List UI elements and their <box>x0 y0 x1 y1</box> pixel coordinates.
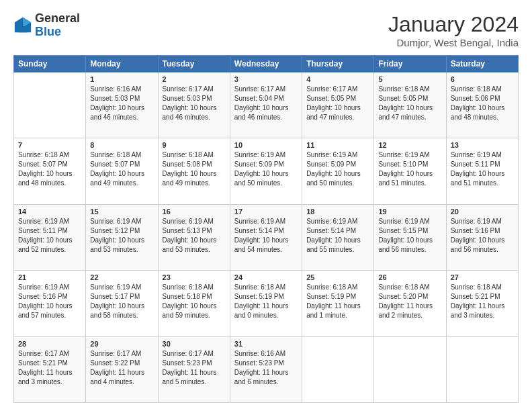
calendar-cell: 28Sunrise: 6:17 AM Sunset: 5:21 PM Dayli… <box>14 336 86 402</box>
calendar-cell: 2Sunrise: 6:17 AM Sunset: 5:03 PM Daylig… <box>158 73 230 138</box>
day-number: 17 <box>234 208 298 216</box>
day-info: Sunrise: 6:19 AM Sunset: 5:17 PM Dayligh… <box>90 283 153 320</box>
header-cell-friday: Friday <box>374 56 446 73</box>
logo-text: General Blue <box>35 12 80 39</box>
day-info: Sunrise: 6:18 AM Sunset: 5:19 PM Dayligh… <box>306 283 369 320</box>
day-number: 20 <box>451 208 514 216</box>
day-number: 28 <box>18 340 81 348</box>
day-info: Sunrise: 6:18 AM Sunset: 5:07 PM Dayligh… <box>90 150 153 188</box>
week-row-3: 21Sunrise: 6:19 AM Sunset: 5:16 PM Dayli… <box>14 271 519 336</box>
day-info: Sunrise: 6:17 AM Sunset: 5:23 PM Dayligh… <box>163 349 226 387</box>
calendar-cell: 4Sunrise: 6:17 AM Sunset: 5:05 PM Daylig… <box>302 73 374 138</box>
calendar-cell <box>302 336 374 402</box>
title-block: January 2024 Dumjor, West Bengal, India <box>388 12 519 48</box>
day-number: 22 <box>90 273 153 281</box>
logo-blue-text: Blue <box>35 26 80 39</box>
day-number: 2 <box>163 75 226 83</box>
calendar-cell: 19Sunrise: 6:19 AM Sunset: 5:15 PM Dayli… <box>374 204 446 270</box>
week-row-1: 7Sunrise: 6:18 AM Sunset: 5:07 PM Daylig… <box>14 138 519 204</box>
day-info: Sunrise: 6:19 AM Sunset: 5:16 PM Dayligh… <box>451 217 514 255</box>
header-cell-tuesday: Tuesday <box>158 56 230 73</box>
calendar-cell: 29Sunrise: 6:17 AM Sunset: 5:22 PM Dayli… <box>86 336 158 402</box>
calendar-cell: 1Sunrise: 6:16 AM Sunset: 5:03 PM Daylig… <box>86 73 158 138</box>
calendar-cell: 6Sunrise: 6:18 AM Sunset: 5:06 PM Daylig… <box>446 73 518 138</box>
day-number: 9 <box>163 141 226 149</box>
calendar-cell: 22Sunrise: 6:19 AM Sunset: 5:17 PM Dayli… <box>86 271 158 336</box>
day-number: 14 <box>18 208 81 216</box>
calendar-cell: 21Sunrise: 6:19 AM Sunset: 5:16 PM Dayli… <box>14 271 86 336</box>
day-info: Sunrise: 6:19 AM Sunset: 5:12 PM Dayligh… <box>90 217 153 255</box>
day-number: 1 <box>90 75 153 83</box>
day-number: 13 <box>451 141 514 149</box>
calendar-cell: 15Sunrise: 6:19 AM Sunset: 5:12 PM Dayli… <box>86 204 158 270</box>
day-info: Sunrise: 6:18 AM Sunset: 5:20 PM Dayligh… <box>378 283 441 320</box>
calendar-header: SundayMondayTuesdayWednesdayThursdayFrid… <box>14 56 519 73</box>
logo: General Blue <box>13 12 80 39</box>
week-row-0: 1Sunrise: 6:16 AM Sunset: 5:03 PM Daylig… <box>14 73 519 138</box>
day-info: Sunrise: 6:18 AM Sunset: 5:18 PM Dayligh… <box>163 283 226 320</box>
svg-rect-0 <box>18 26 27 32</box>
day-info: Sunrise: 6:17 AM Sunset: 5:05 PM Dayligh… <box>306 85 369 122</box>
calendar-cell <box>14 73 86 138</box>
day-info: Sunrise: 6:16 AM Sunset: 5:23 PM Dayligh… <box>234 349 298 387</box>
day-info: Sunrise: 6:17 AM Sunset: 5:22 PM Dayligh… <box>90 349 153 387</box>
calendar-cell: 13Sunrise: 6:19 AM Sunset: 5:11 PM Dayli… <box>446 138 518 204</box>
day-info: Sunrise: 6:17 AM Sunset: 5:03 PM Dayligh… <box>163 85 226 122</box>
day-info: Sunrise: 6:19 AM Sunset: 5:11 PM Dayligh… <box>451 150 514 188</box>
day-info: Sunrise: 6:19 AM Sunset: 5:09 PM Dayligh… <box>306 150 369 188</box>
day-info: Sunrise: 6:17 AM Sunset: 5:21 PM Dayligh… <box>18 349 81 387</box>
week-row-2: 14Sunrise: 6:19 AM Sunset: 5:11 PM Dayli… <box>14 204 519 270</box>
day-info: Sunrise: 6:18 AM Sunset: 5:08 PM Dayligh… <box>163 150 226 188</box>
calendar-cell: 9Sunrise: 6:18 AM Sunset: 5:08 PM Daylig… <box>158 138 230 204</box>
calendar-table: SundayMondayTuesdayWednesdayThursdayFrid… <box>13 55 519 403</box>
header-cell-thursday: Thursday <box>302 56 374 73</box>
header-cell-sunday: Sunday <box>14 56 86 73</box>
calendar-cell: 26Sunrise: 6:18 AM Sunset: 5:20 PM Dayli… <box>374 271 446 336</box>
header-row: SundayMondayTuesdayWednesdayThursdayFrid… <box>14 56 519 73</box>
day-number: 31 <box>234 340 298 348</box>
day-info: Sunrise: 6:18 AM Sunset: 5:05 PM Dayligh… <box>378 85 441 122</box>
calendar-cell <box>446 336 518 402</box>
calendar-cell: 20Sunrise: 6:19 AM Sunset: 5:16 PM Dayli… <box>446 204 518 270</box>
day-info: Sunrise: 6:19 AM Sunset: 5:15 PM Dayligh… <box>378 217 441 255</box>
header: General Blue January 2024 Dumjor, West B… <box>13 12 519 48</box>
calendar-cell: 3Sunrise: 6:17 AM Sunset: 5:04 PM Daylig… <box>230 73 302 138</box>
calendar-cell <box>374 336 446 402</box>
day-number: 3 <box>234 75 298 83</box>
day-info: Sunrise: 6:16 AM Sunset: 5:03 PM Dayligh… <box>90 85 153 122</box>
calendar-cell: 16Sunrise: 6:19 AM Sunset: 5:13 PM Dayli… <box>158 204 230 270</box>
calendar-cell: 27Sunrise: 6:18 AM Sunset: 5:21 PM Dayli… <box>446 271 518 336</box>
calendar-cell: 23Sunrise: 6:18 AM Sunset: 5:18 PM Dayli… <box>158 271 230 336</box>
week-row-4: 28Sunrise: 6:17 AM Sunset: 5:21 PM Dayli… <box>14 336 519 402</box>
day-number: 29 <box>90 340 153 348</box>
calendar-cell: 11Sunrise: 6:19 AM Sunset: 5:09 PM Dayli… <box>302 138 374 204</box>
day-number: 26 <box>378 273 441 281</box>
day-number: 16 <box>163 208 226 216</box>
header-cell-monday: Monday <box>86 56 158 73</box>
day-info: Sunrise: 6:18 AM Sunset: 5:21 PM Dayligh… <box>451 283 514 320</box>
calendar-cell: 10Sunrise: 6:19 AM Sunset: 5:09 PM Dayli… <box>230 138 302 204</box>
day-number: 11 <box>306 141 369 149</box>
day-info: Sunrise: 6:19 AM Sunset: 5:14 PM Dayligh… <box>234 217 298 255</box>
day-number: 5 <box>378 75 441 83</box>
day-number: 10 <box>234 141 298 149</box>
day-info: Sunrise: 6:18 AM Sunset: 5:06 PM Dayligh… <box>451 85 514 122</box>
day-number: 23 <box>163 273 226 281</box>
day-info: Sunrise: 6:19 AM Sunset: 5:09 PM Dayligh… <box>234 150 298 188</box>
day-number: 7 <box>18 141 81 149</box>
day-number: 8 <box>90 141 153 149</box>
day-number: 24 <box>234 273 298 281</box>
day-number: 30 <box>163 340 226 348</box>
day-number: 18 <box>306 208 369 216</box>
day-info: Sunrise: 6:19 AM Sunset: 5:10 PM Dayligh… <box>378 150 441 188</box>
day-number: 12 <box>378 141 441 149</box>
logo-general-text: General <box>35 12 80 26</box>
logo-icon <box>13 16 32 35</box>
day-number: 6 <box>451 75 514 83</box>
calendar-cell: 31Sunrise: 6:16 AM Sunset: 5:23 PM Dayli… <box>230 336 302 402</box>
calendar-page: General Blue January 2024 Dumjor, West B… <box>0 0 532 411</box>
day-number: 21 <box>18 273 81 281</box>
day-number: 4 <box>306 75 369 83</box>
calendar-cell: 17Sunrise: 6:19 AM Sunset: 5:14 PM Dayli… <box>230 204 302 270</box>
calendar-body: 1Sunrise: 6:16 AM Sunset: 5:03 PM Daylig… <box>14 73 519 403</box>
